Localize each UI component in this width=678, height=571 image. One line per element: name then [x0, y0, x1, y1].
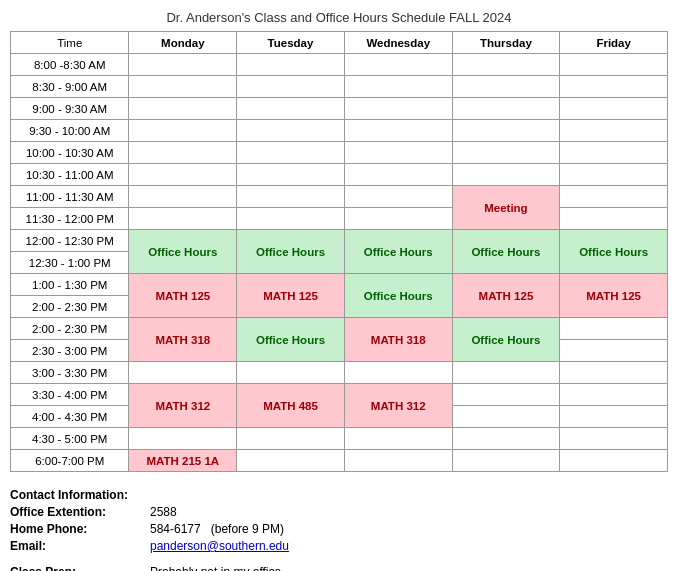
contact-section: Contact Information: Office Extention: 2… — [10, 488, 668, 553]
table-row: 3:00 - 3:30 PM — [11, 362, 668, 384]
table-row: 6:00-7:00 PMMATH 215 1A — [11, 450, 668, 472]
schedule-cell: MATH 318 — [129, 318, 237, 362]
schedule-cell — [560, 164, 668, 186]
home-phone-note: (before 9 PM) — [211, 522, 284, 536]
col-header-wednesday: Wednesday — [344, 32, 452, 54]
schedule-cell: Meeting — [452, 186, 560, 230]
time-cell: 10:30 - 11:00 AM — [11, 164, 129, 186]
table-row: 12:00 - 12:30 PMOffice HoursOffice Hours… — [11, 230, 668, 252]
schedule-cell — [237, 120, 345, 142]
schedule-cell: Office Hours — [452, 318, 560, 362]
table-row: 10:00 - 10:30 AM — [11, 142, 668, 164]
time-cell: 8:30 - 9:00 AM — [11, 76, 129, 98]
schedule-cell — [129, 54, 237, 76]
schedule-cell — [452, 164, 560, 186]
schedule-cell — [129, 362, 237, 384]
table-row: 3:30 - 4:00 PMMATH 312MATH 485MATH 312 — [11, 384, 668, 406]
col-header-monday: Monday — [129, 32, 237, 54]
schedule-cell — [344, 142, 452, 164]
schedule-cell — [560, 54, 668, 76]
email-link[interactable]: panderson@southern.edu — [150, 539, 289, 553]
schedule-cell — [560, 208, 668, 230]
schedule-cell: Office Hours — [344, 230, 452, 274]
schedule-cell — [560, 98, 668, 120]
schedule-cell — [129, 428, 237, 450]
schedule-table: Time Monday Tuesday Wednesday Thursday F… — [10, 31, 668, 472]
schedule-cell: Office Hours — [237, 318, 345, 362]
time-cell: 2:30 - 3:00 PM — [11, 340, 129, 362]
schedule-cell: Office Hours — [344, 274, 452, 318]
table-row: 9:00 - 9:30 AM — [11, 98, 668, 120]
schedule-cell — [129, 98, 237, 120]
time-cell: 9:30 - 10:00 AM — [11, 120, 129, 142]
time-cell: 4:30 - 5:00 PM — [11, 428, 129, 450]
schedule-cell — [560, 340, 668, 362]
time-cell: 2:00 - 2:30 PM — [11, 296, 129, 318]
schedule-cell — [129, 76, 237, 98]
schedule-cell — [344, 54, 452, 76]
schedule-cell — [452, 406, 560, 428]
schedule-cell — [452, 54, 560, 76]
schedule-cell — [452, 76, 560, 98]
schedule-cell — [452, 428, 560, 450]
time-cell: 1:00 - 1:30 PM — [11, 274, 129, 296]
schedule-cell — [560, 120, 668, 142]
schedule-cell — [237, 450, 345, 472]
schedule-cell — [560, 318, 668, 340]
time-cell: 11:00 - 11:30 AM — [11, 186, 129, 208]
col-header-friday: Friday — [560, 32, 668, 54]
schedule-cell: MATH 485 — [237, 384, 345, 428]
schedule-cell: MATH 125 — [129, 274, 237, 318]
schedule-cell — [237, 98, 345, 120]
schedule-cell: MATH 312 — [129, 384, 237, 428]
time-cell: 12:00 - 12:30 PM — [11, 230, 129, 252]
schedule-cell — [237, 362, 345, 384]
table-row: 9:30 - 10:00 AM — [11, 120, 668, 142]
office-ext-label: Office Extention: — [10, 505, 150, 519]
schedule-cell — [237, 142, 345, 164]
schedule-cell — [452, 384, 560, 406]
schedule-cell — [560, 384, 668, 406]
schedule-cell: MATH 318 — [344, 318, 452, 362]
time-cell: 6:00-7:00 PM — [11, 450, 129, 472]
schedule-cell — [452, 362, 560, 384]
schedule-cell — [560, 142, 668, 164]
schedule-cell — [344, 164, 452, 186]
schedule-cell: MATH 125 — [237, 274, 345, 318]
schedule-cell — [237, 208, 345, 230]
email-label: Email: — [10, 539, 150, 553]
schedule-cell — [452, 120, 560, 142]
time-cell: 3:00 - 3:30 PM — [11, 362, 129, 384]
schedule-cell — [237, 54, 345, 76]
schedule-cell — [344, 76, 452, 98]
table-row: 8:30 - 9:00 AM — [11, 76, 668, 98]
schedule-cell — [560, 186, 668, 208]
home-phone-value: 584-6177 — [150, 522, 201, 536]
schedule-cell — [344, 208, 452, 230]
col-header-thursday: Thursday — [452, 32, 560, 54]
table-row: 11:00 - 11:30 AMMeeting — [11, 186, 668, 208]
schedule-cell: MATH 215 1A — [129, 450, 237, 472]
office-ext-value: 2588 — [150, 505, 177, 519]
table-row: 4:30 - 5:00 PM — [11, 428, 668, 450]
schedule-cell: MATH 312 — [344, 384, 452, 428]
schedule-cell — [452, 98, 560, 120]
schedule-cell: Office Hours — [452, 230, 560, 274]
schedule-cell: MATH 125 — [560, 274, 668, 318]
page-title: Dr. Anderson's Class and Office Hours Sc… — [10, 10, 668, 25]
table-row: 2:00 - 2:30 PMMATH 318Office HoursMATH 3… — [11, 318, 668, 340]
table-row: 11:30 - 12:00 PM — [11, 208, 668, 230]
email-value[interactable]: panderson@southern.edu — [150, 539, 289, 553]
schedule-cell — [129, 142, 237, 164]
schedule-cell — [344, 98, 452, 120]
schedule-cell: Office Hours — [129, 230, 237, 274]
class-prep-row: Class Prep: Probably not in my office — [10, 565, 668, 571]
schedule-cell — [560, 76, 668, 98]
schedule-cell — [237, 76, 345, 98]
schedule-cell: Office Hours — [237, 230, 345, 274]
table-row: 10:30 - 11:00 AM — [11, 164, 668, 186]
time-cell: 11:30 - 12:00 PM — [11, 208, 129, 230]
schedule-cell: Office Hours — [560, 230, 668, 274]
schedule-cell — [344, 428, 452, 450]
contact-title: Contact Information: — [10, 488, 150, 502]
